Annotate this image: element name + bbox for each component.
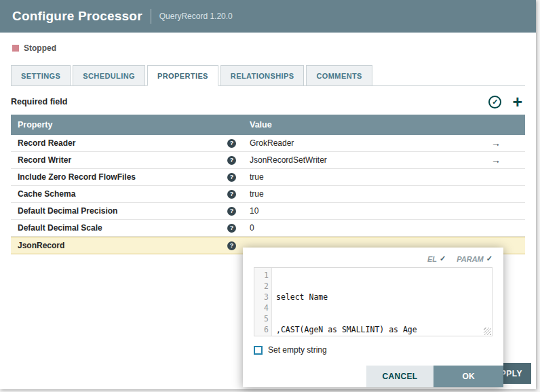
table-row[interactable]: Record Reader ? GrokReader → [11,135,525,152]
line-number: 3 [254,292,269,302]
el-label: EL [427,255,437,263]
line-number: 6 [254,324,269,335]
tab-bar: SETTINGS SCHEDULING PROPERTIES RELATIONS… [11,65,525,86]
help-icon[interactable]: ? [227,156,236,165]
property-name: Cache Schema [18,189,75,199]
set-empty-string-row: Set empty string [254,345,493,355]
cancel-button[interactable]: CANCEL [366,366,434,387]
property-value[interactable]: JsonRecordSetWriter [243,155,467,165]
code-line: ,CAST(AgeN as SMALLINT) as Age [276,324,492,335]
help-icon[interactable]: ? [227,241,236,250]
tab-comments[interactable]: COMMENTS [306,65,372,86]
table-header-row: Property Value [11,115,525,135]
status-bar: Stopped [0,33,536,56]
properties-toolbar: Required field ✓ + [11,95,525,109]
dialog-title: Configure Processor [12,9,142,24]
sql-code-editor[interactable]: 1 2 3 4 5 6 select Name ,CAST(AgeN as SM… [254,267,493,336]
title-divider [151,9,151,24]
ok-button[interactable]: OK [433,366,503,387]
table-row[interactable]: Cache Schema ? true [11,186,525,203]
el-supported-badge: EL ✓ [427,254,446,263]
tab-scheduling[interactable]: SCHEDULING [73,65,145,86]
line-number: 2 [254,281,269,292]
tab-properties[interactable]: PROPERTIES [147,65,218,86]
param-check-icon: ✓ [486,254,493,263]
help-icon[interactable]: ? [227,224,236,233]
help-icon[interactable]: ? [227,139,236,148]
help-icon[interactable]: ? [227,173,236,182]
line-number: 4 [254,302,269,313]
line-number-gutter: 1 2 3 4 5 6 [254,268,272,336]
stopped-icon [12,45,19,52]
properties-table: Property Value Record Reader ? GrokReade… [11,115,525,254]
property-name: Record Writer [18,155,71,165]
code-line: select Name [276,292,492,302]
value-editor-popup: EL ✓ PARAM ✓ 1 2 3 4 5 6 select Name ,CA… [243,248,503,387]
param-label: PARAM [457,255,484,263]
tab-relationships[interactable]: RELATIONSHIPS [220,65,305,86]
set-empty-string-label: Set empty string [268,345,327,355]
param-supported-badge: PARAM ✓ [457,254,493,263]
expression-support-badges: EL ✓ PARAM ✓ [254,254,493,263]
property-name: JsonRecord [18,241,64,250]
help-icon[interactable]: ? [227,190,236,199]
column-header-property: Property [11,120,243,130]
property-name: Record Reader [18,138,75,148]
processor-version-label: QueryRecord 1.20.0 [159,12,233,21]
configure-processor-dialog: Configure Processor QueryRecord 1.20.0 S… [0,0,536,389]
popup-buttons: CANCEL OK [366,366,503,387]
line-number: 1 [254,270,269,281]
table-row[interactable]: Default Decimal Precision ? 10 [11,203,525,220]
column-header-value: Value [243,120,467,130]
property-value[interactable]: 10 [243,206,467,216]
resize-handle-icon[interactable] [484,328,491,335]
required-field-label: Required field [11,97,67,106]
toolbar-actions: ✓ + [488,95,525,109]
line-number: 5 [254,313,269,324]
add-property-icon[interactable]: + [512,95,522,109]
property-value[interactable]: 0 [243,223,467,233]
goto-service-arrow-icon[interactable]: → [491,138,501,149]
help-icon[interactable]: ? [227,207,236,216]
code-area[interactable]: select Name ,CAST(AgeN as SMALLINT) as A… [272,268,492,336]
goto-service-arrow-icon[interactable]: → [491,155,501,165]
verify-properties-icon[interactable]: ✓ [488,96,501,109]
property-value[interactable]: true [243,172,467,182]
property-name: Include Zero Record FlowFiles [18,172,136,182]
property-value[interactable]: true [243,189,467,199]
property-name: Default Decimal Precision [18,206,117,216]
table-row[interactable]: Default Decimal Scale ? 0 [11,220,525,237]
status-label: Stopped [24,43,56,53]
property-name: Default Decimal Scale [18,223,102,233]
property-value[interactable]: GrokReader [243,138,467,148]
table-row[interactable]: Include Zero Record FlowFiles ? true [11,169,525,186]
set-empty-string-checkbox[interactable] [254,346,263,355]
table-row[interactable]: Record Writer ? JsonRecordSetWriter → [11,152,525,169]
dialog-header: Configure Processor QueryRecord 1.20.0 [0,0,536,33]
el-check-icon: ✓ [440,254,446,263]
tab-settings[interactable]: SETTINGS [11,65,71,86]
